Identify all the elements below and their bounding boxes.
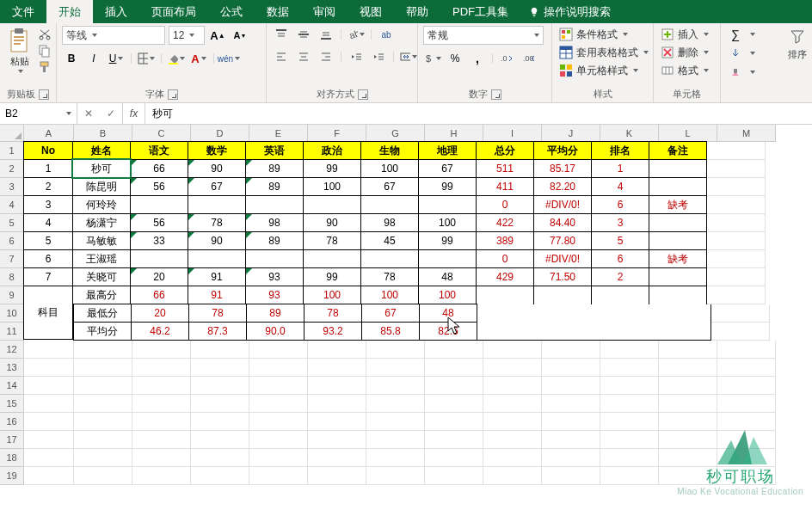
cell[interactable]: 平均分 [73,322,132,341]
cell[interactable] [74,359,132,377]
cell[interactable]: 100 [303,177,361,196]
cell[interactable] [303,195,361,214]
cell[interactable] [707,178,766,196]
cell[interactable] [249,413,308,431]
cell[interactable]: 85.17 [533,159,592,178]
cell[interactable]: No [23,141,73,160]
cell[interactable] [542,449,600,467]
tab-formulas[interactable]: 公式 [208,0,255,23]
cell[interactable]: 5 [591,231,649,250]
cell[interactable]: 秒可 [72,159,131,178]
cell[interactable]: 91 [188,267,246,286]
cell[interactable] [308,431,366,449]
cell[interactable] [366,359,425,377]
cell[interactable] [542,431,600,449]
cell[interactable]: 98 [245,213,304,232]
cell[interactable] [659,413,717,431]
cell[interactable] [249,467,308,485]
cell[interactable]: 66 [130,286,188,304]
cell[interactable] [366,377,425,395]
cell[interactable] [425,395,483,413]
cell[interactable] [74,341,132,359]
cell[interactable]: 姓名 [72,141,131,160]
cell[interactable]: 46.2 [131,322,189,341]
accept-formula-icon[interactable]: ✓ [100,108,122,120]
cell[interactable]: 90 [303,213,361,232]
cell[interactable]: 100 [360,286,419,304]
cell[interactable]: 33 [130,231,188,250]
cell[interactable]: 平均分 [533,141,592,160]
cell[interactable] [483,395,542,413]
cell[interactable] [600,359,659,377]
cell[interactable] [707,160,766,178]
currency-icon[interactable]: $ [423,50,442,67]
cell[interactable] [649,286,707,304]
cell[interactable] [74,413,132,431]
cell[interactable]: 100 [418,213,477,232]
cell[interactable]: 缺考 [649,195,707,214]
percent-icon[interactable]: % [446,50,464,67]
format-cells-button[interactable]: 格式 [659,62,710,79]
cell[interactable] [536,323,594,341]
column-header[interactable]: L [659,125,717,142]
cell[interactable] [600,341,659,359]
cell[interactable] [249,449,308,467]
border-button[interactable] [137,50,156,67]
row-header[interactable]: 12 [0,341,24,359]
cell[interactable] [707,214,766,232]
cell[interactable]: 1 [23,159,73,178]
cell[interactable]: 排名 [591,141,649,160]
cell[interactable] [308,467,366,485]
cell[interactable] [74,431,132,449]
cell[interactable]: 何玲玲 [72,195,131,214]
cell[interactable]: 87.3 [188,322,247,341]
row-header[interactable]: 4 [0,196,24,214]
bold-button[interactable]: B [62,50,81,67]
cell[interactable] [366,467,425,485]
spreadsheet-grid[interactable]: ABCDEFGHIJKLM 12345678910111213141516171… [0,125,812,510]
cell[interactable] [659,341,717,359]
cell[interactable]: 89 [245,159,304,178]
cell[interactable] [711,304,770,323]
cell[interactable]: 5 [23,231,73,250]
cell[interactable] [132,377,191,395]
cell[interactable] [132,467,191,485]
cell[interactable] [649,177,707,196]
cell[interactable] [418,249,477,268]
cell[interactable]: #DIV/0! [533,195,592,214]
cell[interactable]: 数学 [188,141,246,160]
name-box-input[interactable] [5,108,65,120]
cell[interactable] [418,195,477,214]
cell[interactable]: 6 [591,195,649,214]
cell[interactable]: 99 [303,159,361,178]
align-center-icon[interactable] [294,48,313,65]
cell[interactable] [191,395,249,413]
cell[interactable]: 20 [131,304,189,323]
cell[interactable]: 411 [476,177,534,196]
cell[interactable] [477,304,536,323]
conditional-format-button[interactable]: 条件格式 [557,26,630,43]
cell[interactable] [707,286,766,304]
increase-decimal-icon[interactable]: .0 [498,50,517,67]
tab-data[interactable]: 数据 [255,0,301,23]
number-launcher[interactable] [491,89,501,100]
align-middle-icon[interactable] [294,26,313,43]
align-bottom-icon[interactable] [317,26,335,43]
cell[interactable]: 政治 [303,141,361,160]
cell[interactable] [249,431,308,449]
cell[interactable] [425,341,483,359]
cell[interactable] [360,249,419,268]
cell[interactable]: 1 [591,159,649,178]
tab-view[interactable]: 视图 [348,0,394,23]
cell[interactable] [659,395,717,413]
cell[interactable] [24,431,74,449]
formula-input[interactable]: 秒可 [145,103,812,124]
cell[interactable] [425,449,483,467]
fx-icon[interactable]: fx [123,103,145,124]
cell[interactable]: 93.2 [304,322,362,341]
paste-button[interactable]: 粘贴 [5,26,34,75]
cell[interactable] [659,431,717,449]
cell[interactable]: 85.8 [361,322,420,341]
cell[interactable] [132,449,191,467]
decrease-font-icon[interactable]: A▼ [231,27,249,44]
